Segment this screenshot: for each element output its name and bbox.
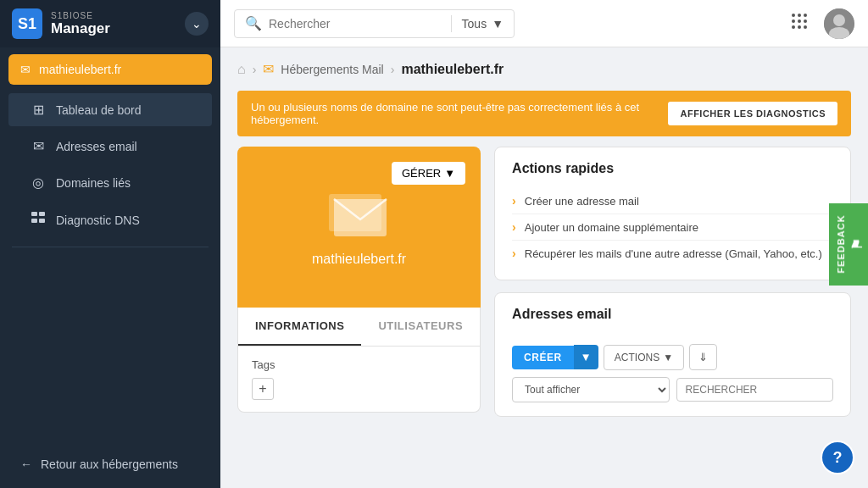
home-icon[interactable]: ⌂ [237, 62, 246, 77]
action-label: Créer une adresse mail [525, 195, 639, 208]
svg-rect-2 [31, 219, 37, 223]
tab-utilisateurs[interactable]: UTILISATEURS [361, 308, 480, 346]
svg-point-6 [804, 14, 807, 17]
email-card-header: Adresses email [512, 307, 833, 334]
email-card-title: Adresses email [512, 307, 611, 322]
feedback-label: FEEDBACK [836, 214, 846, 273]
search-divider [451, 15, 452, 32]
svg-point-11 [798, 25, 801, 29]
actions-chevron-icon: ▼ [663, 352, 673, 363]
action-item-0[interactable]: › Créer une adresse mail [512, 188, 833, 214]
gerer-button[interactable]: GÉRER ▼ [392, 162, 465, 185]
action-chevron-icon: › [512, 194, 516, 208]
search-email-input[interactable] [676, 378, 833, 402]
help-label: ? [833, 449, 843, 467]
svg-rect-0 [31, 212, 37, 216]
sidebar-item-label: Domaines liés [56, 176, 131, 190]
tabs-header: INFORMATIONS UTILISATEURS [238, 308, 480, 347]
chevron-down-icon: ▼ [492, 17, 504, 30]
diagnostics-button[interactable]: AFFICHER LES DIAGNOSTICS [668, 102, 837, 125]
svg-point-10 [792, 25, 795, 29]
breadcrumb-section[interactable]: Hébergements Mail [281, 63, 383, 76]
quick-actions-card: Actions rapides › Créer une adresse mail… [494, 147, 851, 280]
actions-button[interactable]: ACTIONS ▼ [604, 345, 684, 370]
dns-icon [29, 211, 47, 230]
action-label: Récupérer les mails d'une autre adresse … [525, 247, 822, 260]
mail-envelope-icon [326, 187, 393, 238]
app-manager: Manager [51, 20, 176, 37]
breadcrumb-current: mathieulebert.fr [401, 62, 504, 77]
sidebar-item-domaines-lies[interactable]: ◎ Domaines liés [8, 166, 212, 199]
action-chevron-icon: › [512, 247, 516, 260]
sidebar-item-label: Adresses email [56, 140, 137, 153]
search-input[interactable] [269, 17, 441, 30]
search-icon: 🔍 [245, 15, 262, 31]
email-addresses-card: Adresses email CRÉER ▼ ACTIONS ▼ [494, 292, 851, 417]
email-icon: ✉ [29, 138, 47, 154]
active-domain-label: mathieulebert.fr [39, 63, 121, 76]
sidebar-active-domain[interactable]: ✉ mathieulebert.fr [8, 54, 212, 85]
content-area: ⌂ › ✉ Hébergements Mail › mathieulebert.… [220, 47, 868, 488]
breadcrumb-sep1: › [253, 63, 257, 76]
tags-label: Tags [252, 358, 466, 371]
tabs-section: INFORMATIONS UTILISATEURS Tags + [237, 308, 481, 413]
svg-point-12 [804, 25, 807, 29]
sidebar-toggle[interactable]: ⌄ [185, 12, 209, 36]
mail-card: mathieulebert.fr GÉRER ▼ [237, 147, 481, 308]
warning-banner: Un ou plusieurs noms de domaine ne sont … [237, 91, 851, 136]
actions-label: ACTIONS [615, 352, 659, 363]
two-column-layout: mathieulebert.fr GÉRER ▼ INFORMATIONS UT… [237, 147, 851, 474]
creer-dropdown-button[interactable]: ▼ [574, 345, 598, 369]
download-icon: ⇓ [698, 351, 708, 363]
back-arrow-icon: ← [20, 458, 32, 471]
action-item-2[interactable]: › Récupérer les mails d'une autre adress… [512, 241, 833, 266]
sidebar-item-diagnostic-dns[interactable]: Diagnostic DNS [8, 202, 212, 238]
download-button[interactable]: ⇓ [689, 344, 717, 370]
filter-label: Tous [462, 17, 487, 30]
sidebar-item-adresses-email[interactable]: ✉ Adresses email [8, 130, 212, 163]
sidebar-item-tableau-de-bord[interactable]: ⊞ Tableau de bord [8, 93, 212, 126]
sidebar-item-label: Diagnostic DNS [56, 214, 140, 227]
left-column: mathieulebert.fr GÉRER ▼ INFORMATIONS UT… [237, 147, 481, 474]
sidebar: S1 S1BIOSE Manager ⌄ ✉ mathieulebert.fr … [0, 0, 220, 488]
mail-icon: ✉ [20, 63, 31, 76]
chevron-down-icon: ▼ [581, 351, 592, 363]
svg-point-5 [798, 14, 801, 17]
sidebar-header: S1 S1BIOSE Manager ⌄ [0, 0, 220, 47]
creer-button[interactable]: CRÉER [512, 346, 574, 369]
right-column: Actions rapides › Créer une adresse mail… [494, 147, 851, 474]
search-container[interactable]: 🔍 Tous ▼ [234, 9, 515, 38]
grid-icon[interactable] [790, 12, 809, 35]
breadcrumb-sep2: › [391, 63, 395, 76]
gerer-label: GÉRER [402, 167, 441, 180]
app-name: S1BIOSE [51, 11, 176, 20]
filter-dropdown[interactable]: Tous ▼ [462, 17, 504, 30]
sidebar-item-label: Tableau de bord [56, 103, 141, 117]
sidebar-back-btn[interactable]: ← Retour aux hébergements [0, 449, 220, 480]
action-item-1[interactable]: › Ajouter un domaine supplémentaire [512, 214, 833, 240]
user-avatar[interactable] [824, 8, 854, 39]
filter-select[interactable]: Tout afficher [512, 377, 669, 402]
email-row-controls: CRÉER ▼ ACTIONS ▼ ⇓ [512, 344, 717, 370]
svg-point-7 [792, 19, 795, 23]
back-label: Retour aux hébergements [41, 458, 178, 471]
help-button[interactable]: ? [821, 441, 854, 474]
mail-domain: mathieulebert.fr [312, 252, 406, 267]
svg-point-4 [792, 14, 795, 17]
breadcrumb-mail-icon: ✉ [263, 61, 274, 77]
topbar: 🔍 Tous ▼ [220, 0, 868, 47]
svg-point-14 [833, 14, 845, 26]
add-tag-button[interactable]: + [252, 378, 274, 400]
svg-rect-3 [39, 219, 45, 223]
action-chevron-icon: › [512, 220, 516, 234]
feedback-tab[interactable]: FEEDBACK ⚑ [829, 202, 868, 285]
tabs-content: Tags + [238, 347, 480, 412]
main-content: 🔍 Tous ▼ [220, 0, 868, 488]
filter-row: Tout afficher [512, 377, 833, 402]
domain-icon: ◎ [29, 175, 47, 191]
tab-informations[interactable]: INFORMATIONS [238, 308, 361, 346]
svg-rect-1 [39, 212, 45, 216]
app-logo: S1 [12, 8, 42, 39]
warning-message: Un ou plusieurs noms de domaine ne sont … [251, 101, 668, 126]
feedback-flag-icon: ⚑ [849, 238, 865, 251]
